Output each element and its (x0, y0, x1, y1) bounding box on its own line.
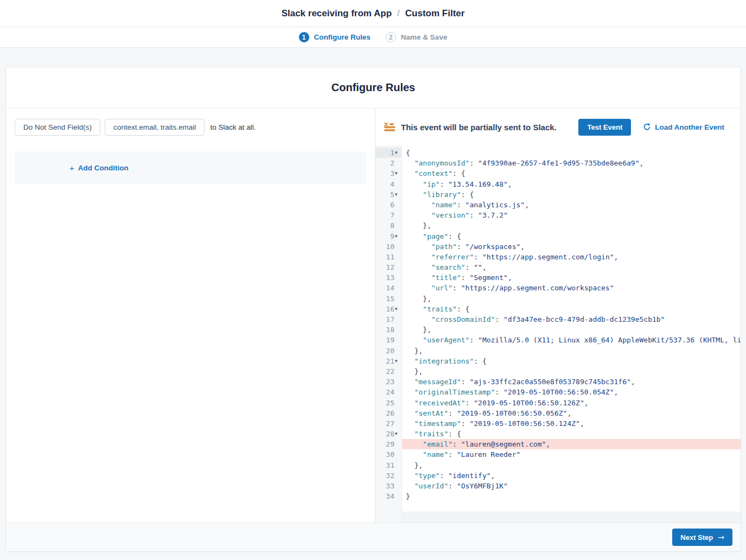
code-line: }, (402, 324, 741, 335)
code-line: }, (402, 220, 741, 231)
code-line: "timestamp": "2019-05-10T00:56:50.124Z", (402, 418, 741, 429)
filter-rule-row: Do Not Send Field(s) context.email, trai… (15, 119, 366, 136)
code-line: "crossDomainId": "df3a47ee-bcc9-479d-add… (402, 314, 741, 324)
line-number: 15 (375, 294, 401, 304)
code-line: }, (402, 366, 741, 377)
line-number: 13 (375, 272, 401, 283)
add-condition-button[interactable]: + Add Condition (69, 163, 129, 173)
line-number: 12 (375, 262, 401, 272)
step-name-save[interactable]: 2 Name & Save (386, 32, 448, 42)
line-number: 8 (375, 220, 401, 231)
step-2-label: Name & Save (401, 33, 448, 41)
line-number: 29 (375, 439, 401, 449)
code-line: "type": "identify", (402, 470, 741, 481)
line-number: 33 (375, 481, 401, 491)
line-number: 26 (375, 408, 401, 418)
rule-action-dropdown[interactable]: Do Not Send Field(s) (15, 119, 100, 136)
line-number: 34 (375, 491, 401, 501)
code-line: "messageId": "ajs-33ffc2ac0a550e8f053789… (402, 377, 741, 387)
rules-panel: Do Not Send Field(s) context.email, trai… (6, 109, 375, 523)
stepper: 1 Configure Rules 2 Name & Save (0, 27, 746, 48)
line-number: 30 (375, 449, 401, 460)
refresh-icon (643, 123, 651, 131)
editor-content[interactable]: { "anonymousId": "4f9390ae-2657-4fe1-9d9… (402, 145, 741, 523)
code-line: "version": "3.7.2" (402, 210, 741, 220)
step-configure-rules[interactable]: 1 Configure Rules (299, 32, 371, 42)
step-2-circle: 2 (386, 32, 396, 42)
line-number: 28▾ (375, 429, 401, 439)
next-step-label: Next Step (680, 533, 713, 542)
code-line: "traits": { (402, 304, 741, 314)
page-title: Configure Rules (331, 81, 415, 94)
arrow-right-icon: → (718, 533, 724, 542)
step-1-label: Configure Rules (314, 33, 371, 41)
code-line: "originalTimestamp": "2019-05-10T00:56:5… (402, 387, 741, 397)
line-number: 6 (375, 200, 401, 210)
event-header: This event will be partially sent to Sla… (375, 109, 741, 145)
test-event-button[interactable]: Test Event (578, 119, 631, 136)
line-number: 4 (375, 179, 401, 189)
code-line: }, (402, 294, 741, 304)
line-number: 19 (375, 335, 401, 345)
line-number: 2 (375, 158, 401, 168)
line-number: 21▾ (375, 356, 401, 366)
code-line: "ip": "13.54.169.48", (402, 179, 741, 189)
code-line: "email": "lauren@segment.com", (402, 439, 741, 449)
line-number: 24 (375, 387, 401, 397)
line-number: 3▾ (375, 168, 401, 179)
step-1-circle: 1 (299, 32, 309, 42)
code-line: "url": "https://app.segment.com/workspac… (402, 283, 741, 293)
event-panel: This event will be partially sent to Sla… (375, 109, 741, 523)
code-line: "context": { (402, 168, 741, 179)
code-line: } (402, 491, 741, 501)
code-line: { (402, 148, 741, 158)
fold-arrow-icon[interactable]: ▾ (395, 356, 401, 366)
line-number: 7 (375, 210, 401, 220)
line-number: 27 (375, 418, 401, 429)
rule-fields-dropdown[interactable]: context.email, traits.email (105, 119, 205, 136)
load-another-event-label: Load Another Event (655, 123, 724, 131)
line-number: 22 (375, 366, 401, 377)
line-number: 17 (375, 314, 401, 324)
fold-arrow-icon[interactable]: ▾ (395, 429, 401, 439)
line-number: 16▾ (375, 304, 401, 314)
code-line: "page": { (402, 231, 741, 241)
breadcrumb-separator: / (397, 8, 400, 19)
breadcrumb-source[interactable]: Slack receiving from App (282, 8, 392, 19)
fold-arrow-icon[interactable]: ▾ (395, 304, 401, 314)
code-line: }, (402, 460, 741, 470)
editor-hscrollbar[interactable] (402, 512, 741, 523)
line-number: 20 (375, 346, 401, 356)
card-footer: Next Step → (6, 523, 741, 551)
code-line: "traits": { (402, 429, 741, 439)
code-line: "userAgent": "Mozilla/5.0 (X11; Linux x8… (402, 335, 741, 345)
card-header: Configure Rules (6, 67, 741, 109)
code-line: "library": { (402, 189, 741, 200)
next-step-button[interactable]: Next Step → (672, 529, 732, 546)
fold-arrow-icon[interactable]: ▾ (395, 148, 401, 158)
page-header: Slack receiving from App / Custom Filter (0, 0, 746, 27)
editor-gutter: 1▾23▾45▾6789▾10111213141516▾1718192021▾2… (375, 145, 402, 523)
code-line: }, (402, 346, 741, 356)
line-number: 1▾ (375, 148, 401, 158)
partial-filter-icon (384, 123, 396, 132)
fold-arrow-icon[interactable]: ▾ (395, 231, 401, 241)
add-condition-box: + Add Condition (15, 151, 366, 184)
fold-arrow-icon[interactable]: ▾ (395, 189, 401, 200)
line-number: 25 (375, 398, 401, 408)
code-line: "path": "/workspaces", (402, 241, 741, 252)
line-number: 5▾ (375, 189, 401, 200)
line-number: 9▾ (375, 231, 401, 241)
code-line: "title": "Segment", (402, 272, 741, 283)
line-number: 31 (375, 460, 401, 470)
fold-arrow-icon[interactable]: ▾ (395, 168, 401, 179)
json-event-editor[interactable]: 1▾23▾45▾6789▾10111213141516▾1718192021▾2… (375, 145, 741, 523)
line-number: 32 (375, 470, 401, 481)
code-line: "receivedAt": "2019-05-10T00:56:50.126Z"… (402, 398, 741, 408)
line-number: 10 (375, 241, 401, 252)
load-another-event-button[interactable]: Load Another Event (643, 123, 724, 131)
code-line: "name": "analytics.js", (402, 200, 741, 210)
configure-rules-card: Configure Rules Do Not Send Field(s) con… (5, 67, 741, 552)
line-number: 14 (375, 283, 401, 293)
plus-icon: + (69, 163, 74, 173)
